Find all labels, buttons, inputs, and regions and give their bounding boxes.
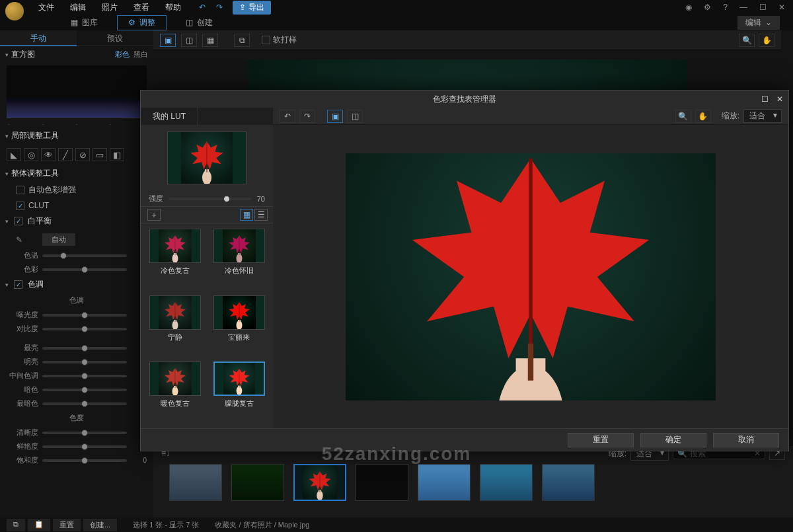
gradient-tool-icon[interactable]: ◣ bbox=[7, 148, 21, 161]
radial-tool-icon[interactable]: ◎ bbox=[24, 148, 38, 161]
tab-preset[interactable]: 预设 bbox=[77, 30, 153, 46]
mv-redo-icon[interactable]: ↷ bbox=[299, 110, 315, 123]
pan-tool-icon[interactable]: ✋ bbox=[759, 34, 774, 47]
undo-icon[interactable]: ↶ bbox=[196, 2, 209, 13]
section-local[interactable]: ▾局部调整工具 bbox=[0, 128, 153, 144]
view-compare-icon[interactable]: ◫ bbox=[181, 34, 197, 47]
filmstrip-thumb[interactable] bbox=[542, 464, 595, 501]
my-lut-tab[interactable]: 我的 LUT bbox=[141, 108, 198, 125]
paste-button[interactable]: 📋 bbox=[28, 519, 50, 531]
brush-tool-icon[interactable]: ╱ bbox=[58, 148, 73, 161]
filmstrip-thumb[interactable] bbox=[418, 464, 471, 501]
lut-grid: 冷色复古 冷色怀旧 宁静 宝丽来 暖色复古 朦胧复古 bbox=[141, 223, 273, 428]
section-histogram[interactable]: ▾ 直方图 彩色 黑白 bbox=[0, 46, 153, 63]
checkbox-icon[interactable] bbox=[262, 36, 270, 44]
view-split-icon[interactable]: ⧉ bbox=[234, 34, 250, 47]
tab-manual[interactable]: 手动 bbox=[0, 30, 77, 46]
filmstrip-thumb[interactable] bbox=[231, 464, 284, 501]
lut-item[interactable]: 朦胧复古 bbox=[210, 361, 268, 423]
copy-button[interactable]: ⧉ bbox=[7, 519, 25, 531]
dark-slider[interactable] bbox=[42, 389, 127, 391]
menu-edit[interactable]: 编辑 bbox=[63, 1, 93, 15]
midtone-slider[interactable] bbox=[42, 375, 127, 377]
list-view-icon[interactable]: ☰ bbox=[254, 209, 268, 221]
menu-photo[interactable]: 照片 bbox=[95, 1, 124, 15]
wb-picker-icon[interactable]: ✎自动 bbox=[16, 233, 153, 246]
section-global[interactable]: ▾整体调整工具 bbox=[0, 165, 153, 182]
saturation-slider[interactable] bbox=[42, 459, 127, 462]
darkest-slider[interactable] bbox=[42, 402, 127, 405]
intensity-slider[interactable] bbox=[169, 198, 252, 200]
mv-zoom-label: 缩放: bbox=[722, 110, 739, 122]
export-button[interactable]: ⇪ 导出 bbox=[233, 1, 271, 15]
mv-undo-icon[interactable]: ↶ bbox=[280, 110, 295, 123]
mv-zoom-icon[interactable]: 🔍 bbox=[675, 110, 691, 123]
menu-help[interactable]: 帮助 bbox=[159, 1, 188, 15]
clone-tool-icon[interactable]: ⊘ bbox=[75, 148, 90, 161]
lut-image bbox=[346, 153, 716, 400]
view-single-icon[interactable]: ▣ bbox=[160, 34, 176, 47]
lut-item[interactable]: 冷色怀旧 bbox=[210, 229, 268, 290]
hist-bw[interactable]: 黑白 bbox=[133, 50, 148, 59]
maximize-icon[interactable]: ☐ bbox=[757, 1, 769, 13]
menu-file[interactable]: 文件 bbox=[32, 1, 61, 15]
zoom-tool-icon[interactable]: 🔍 bbox=[739, 34, 755, 47]
brightest-slider[interactable] bbox=[42, 347, 127, 350]
help-icon[interactable]: ? bbox=[720, 1, 730, 13]
exposure-slider[interactable] bbox=[42, 314, 127, 317]
menu-view[interactable]: 查看 bbox=[127, 1, 156, 15]
mv-single-icon[interactable]: ▣ bbox=[327, 110, 343, 123]
module-adjust[interactable]: ⚙ 调整 bbox=[117, 15, 167, 30]
module-create[interactable]: ◫ 创建 bbox=[174, 15, 224, 30]
clarity-slider[interactable] bbox=[42, 432, 127, 434]
dialog-close-icon[interactable]: ✕ bbox=[776, 95, 783, 104]
clut-row[interactable]: ✓CLUT bbox=[0, 198, 153, 213]
notifications-icon[interactable]: ◉ bbox=[683, 1, 695, 13]
minimize-icon[interactable]: — bbox=[737, 1, 750, 13]
section-wb[interactable]: ▾✓白平衡 bbox=[0, 213, 153, 229]
lut-item[interactable]: 冷色复古 bbox=[146, 229, 204, 290]
hist-color[interactable]: 彩色 bbox=[115, 50, 130, 59]
close-icon[interactable]: ✕ bbox=[776, 1, 788, 13]
reset-button[interactable]: 重置 bbox=[53, 519, 81, 531]
module-library[interactable]: ▦ 图库 bbox=[59, 15, 109, 30]
filmstrip-thumb[interactable] bbox=[480, 464, 533, 501]
lut-item[interactable]: 宁静 bbox=[146, 295, 204, 357]
crop-tool-icon[interactable]: ▭ bbox=[93, 148, 107, 161]
create-button[interactable]: 创建... bbox=[83, 519, 117, 531]
filmstrip-thumb[interactable] bbox=[293, 464, 346, 501]
dialog-maximize-icon[interactable]: ☐ bbox=[761, 95, 769, 104]
dialog-footer: 重置 确定 取消 bbox=[141, 428, 788, 451]
filmstrip-thumb[interactable] bbox=[169, 464, 222, 501]
vibrance-slider[interactable] bbox=[42, 445, 127, 448]
section-tone[interactable]: ▾✓色调 bbox=[0, 276, 153, 293]
wb-auto-button[interactable]: 自动 bbox=[42, 233, 75, 246]
redo-icon[interactable]: ↷ bbox=[213, 2, 226, 13]
chevron-down-icon: ▾ bbox=[5, 52, 9, 58]
mv-pan-icon[interactable]: ✋ bbox=[695, 110, 711, 123]
lut-item[interactable]: 暖色复古 bbox=[146, 361, 204, 423]
temp-slider[interactable] bbox=[42, 254, 127, 257]
edit-dropdown[interactable]: 编辑 ⌄ bbox=[737, 16, 780, 30]
contrast-slider[interactable] bbox=[42, 328, 127, 330]
bright-slider[interactable] bbox=[42, 361, 127, 363]
dialog-cancel-button[interactable]: 取消 bbox=[713, 433, 779, 447]
add-lut-icon[interactable]: ＋ bbox=[147, 209, 161, 221]
mask-tool-icon[interactable]: ◧ bbox=[110, 148, 124, 161]
filmstrip-thumb[interactable] bbox=[356, 464, 408, 501]
view-grid-icon[interactable]: ▦ bbox=[202, 34, 218, 47]
tint-slider[interactable] bbox=[42, 268, 127, 271]
grid-view-icon[interactable]: ▦ bbox=[240, 209, 253, 221]
eye-tool-icon[interactable]: 👁 bbox=[41, 148, 56, 161]
dialog-reset-button[interactable]: 重置 bbox=[568, 433, 634, 447]
lut-canvas[interactable] bbox=[273, 125, 788, 428]
auto-enhance-row[interactable]: 自动色彩增强 bbox=[0, 182, 153, 198]
viewer-toolbar: ▣ ◫ ▦ ⧉ 软打样 🔍 ✋ bbox=[153, 30, 781, 50]
lut-side-panel: 我的 LUT 强度 70 ＋ ▦ ☰ 冷色复古 冷色怀旧 宁静 宝丽来 bbox=[141, 108, 273, 428]
settings-icon[interactable]: ⚙ bbox=[701, 1, 714, 13]
intensity-row: 强度 70 bbox=[141, 191, 273, 206]
mv-compare-icon[interactable]: ◫ bbox=[347, 110, 363, 123]
lut-item[interactable]: 宝丽来 bbox=[210, 295, 268, 357]
dialog-ok-button[interactable]: 确定 bbox=[640, 433, 706, 447]
mv-zoom-select[interactable]: 适合 bbox=[743, 109, 782, 123]
